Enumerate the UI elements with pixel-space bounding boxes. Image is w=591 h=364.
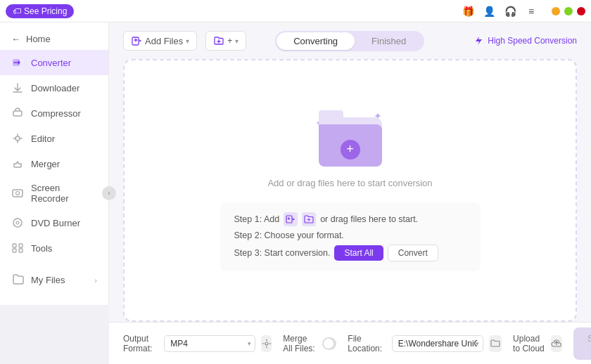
tools-icon [11,242,24,254]
start-all-step-button[interactable]: Start All [334,245,383,261]
sidebar-item-editor[interactable]: Editor [0,126,108,151]
step-add-folder-icon[interactable] [302,212,316,226]
my-files-icon [11,273,24,287]
sidebar-item-home[interactable]: ← Home [0,28,108,50]
upload-cloud-label: Upload to Cloud [513,334,545,353]
merge-toggle[interactable] [322,337,336,350]
my-files-label: My Files [31,275,65,285]
add-files-chevron: ▾ [186,37,189,45]
svg-point-5 [13,219,22,227]
svg-rect-3 [13,190,23,197]
tab-group: Converting Finished [275,31,424,51]
dvd-burner-icon [11,216,24,229]
svg-rect-7 [13,244,16,247]
format-settings-icon[interactable] [261,335,272,352]
merge-section: Merge All Files: [283,334,336,353]
svg-rect-8 [19,244,23,247]
format-select[interactable]: MP4 MOV AVI MKV [164,335,255,352]
pricing-button[interactable]: 🏷 See Pricing [6,4,74,18]
file-path-select[interactable]: E:\Wondershare UniConverter 1 [392,335,483,352]
output-format-section: Output Format: MP4 MOV AVI MKV ▾ [123,334,272,353]
add-folder-chevron: ▾ [235,37,239,45]
my-files-chevron: › [94,276,97,285]
merge-all-label: Merge All Files: [283,334,317,353]
add-files-icon [131,35,142,46]
add-folder-button[interactable]: + ▾ [205,31,246,51]
drop-instruction: Add or drag files here to start conversi… [267,178,432,188]
folder-front: + [319,124,382,167]
step-1-label: Step 1: Add [234,214,280,224]
steps-panel: Step 1: Add or dra [220,202,481,271]
start-all-button[interactable]: Start All [573,327,591,360]
editor-label: Editor [31,134,55,144]
step-2-row: Step 2: Choose your format. [234,230,466,240]
tag-icon: 🏷 [13,6,21,16]
upload-cloud-section: Upload to Cloud [513,334,562,353]
user-icon[interactable]: 👤 [483,5,495,18]
sidebar-wrap: ← Home Converter [0,22,109,364]
tab-finished[interactable]: Finished [355,32,423,50]
sidebar-item-tools[interactable]: Tools [0,235,108,261]
drop-area[interactable]: ✦ ✦ + Add or drag files here to start co… [123,59,577,322]
back-icon: ← [11,34,20,44]
svg-rect-10 [19,249,23,252]
tools-label: Tools [31,243,52,254]
svg-rect-9 [13,249,16,252]
sidebar-item-compressor[interactable]: Compressor [0,100,108,126]
my-files-item[interactable]: My Files › [11,266,97,294]
svg-point-4 [16,192,20,195]
sidebar-item-downloader[interactable]: Downloader [0,75,108,100]
merger-icon [11,157,24,170]
main-content: Add Files ▾ + ▾ Converting Finished [109,22,591,364]
step-add-files-icon[interactable] [284,212,298,226]
close-button[interactable] [577,7,585,15]
app-body: ← Home Converter [0,22,591,364]
maximize-button[interactable] [564,7,573,15]
sidebar-item-screen-recorder[interactable]: Screen Recorder [0,176,108,210]
sidebar-item-dvd-burner[interactable]: DVD Burner [0,210,108,235]
svg-point-2 [15,136,20,141]
high-speed-conversion[interactable]: High Speed Conversion [474,36,577,46]
browse-folder-icon[interactable] [489,335,502,352]
editor-icon [11,132,24,145]
bottombar: Output Format: MP4 MOV AVI MKV ▾ [109,322,591,364]
screen-recorder-label: Screen Recorder [31,183,97,204]
step-3-row: Step 3: Start conversion. Start All Conv… [234,245,466,261]
menu-icon[interactable]: ≡ [525,5,538,18]
folder-icon: ✦ ✦ + [315,110,386,167]
add-folder-icon [213,35,224,46]
add-files-button[interactable]: Add Files ▾ [123,31,197,51]
svg-point-13 [265,342,268,345]
compressor-label: Compressor [31,108,81,119]
folder-plus-icon: + [341,140,360,160]
converter-label: Converter [31,58,71,68]
window-controls [552,7,585,15]
minimize-button[interactable] [552,7,560,15]
svg-point-6 [16,221,19,224]
dvd-burner-label: DVD Burner [31,218,80,228]
home-label: Home [26,34,51,44]
headset-icon[interactable]: 🎧 [504,5,516,18]
step-1-suffix: or drag files here to start. [320,214,418,224]
gift-icon[interactable]: 🎁 [462,5,474,18]
high-speed-label: High Speed Conversion [488,36,577,46]
file-location-label: File Location: [348,334,386,353]
add-folder-label: + [227,36,232,46]
add-files-label: Add Files [145,36,183,46]
upload-cloud-icon[interactable] [551,335,562,352]
step-2-label: Step 2: Choose your format. [234,230,344,240]
tab-converting[interactable]: Converting [277,32,355,50]
svg-rect-1 [13,111,22,116]
downloader-icon [11,82,24,94]
merger-label: Merger [31,159,60,169]
compressor-icon [11,107,24,119]
file-location-section: File Location: E:\Wondershare UniConvert… [348,334,502,353]
sidebar-item-merger[interactable]: Merger [0,151,108,176]
convert-button[interactable]: Convert [388,245,438,261]
converter-icon [11,56,24,69]
step-1-row: Step 1: Add or dra [234,212,466,226]
sidebar-collapse-button[interactable]: ‹ [102,186,116,200]
titlebar: 🏷 See Pricing 🎁 👤 🎧 ≡ [0,0,591,22]
sidebar-item-converter[interactable]: Converter [0,50,108,75]
step-3-label: Step 3: Start conversion. [234,248,331,258]
